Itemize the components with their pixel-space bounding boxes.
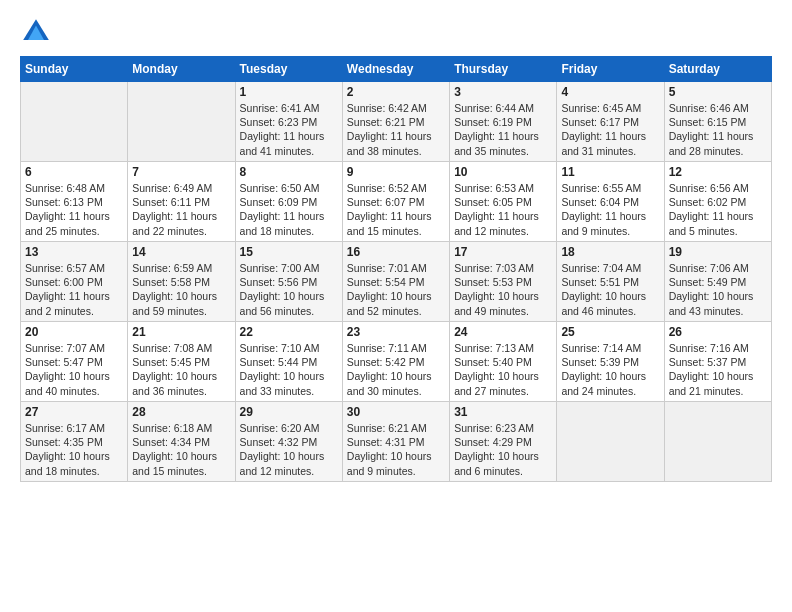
calendar-cell: 28Sunrise: 6:18 AM Sunset: 4:34 PM Dayli… [128, 402, 235, 482]
day-info: Sunrise: 7:06 AM Sunset: 5:49 PM Dayligh… [669, 261, 767, 318]
day-info: Sunrise: 7:16 AM Sunset: 5:37 PM Dayligh… [669, 341, 767, 398]
day-number: 19 [669, 245, 767, 259]
calendar-cell [21, 82, 128, 162]
day-info: Sunrise: 6:20 AM Sunset: 4:32 PM Dayligh… [240, 421, 338, 478]
day-info: Sunrise: 6:48 AM Sunset: 6:13 PM Dayligh… [25, 181, 123, 238]
day-number: 27 [25, 405, 123, 419]
calendar-cell: 12Sunrise: 6:56 AM Sunset: 6:02 PM Dayli… [664, 162, 771, 242]
day-number: 3 [454, 85, 552, 99]
day-info: Sunrise: 7:03 AM Sunset: 5:53 PM Dayligh… [454, 261, 552, 318]
weekday-wednesday: Wednesday [342, 57, 449, 82]
weekday-saturday: Saturday [664, 57, 771, 82]
calendar-cell: 1Sunrise: 6:41 AM Sunset: 6:23 PM Daylig… [235, 82, 342, 162]
calendar-cell: 31Sunrise: 6:23 AM Sunset: 4:29 PM Dayli… [450, 402, 557, 482]
day-info: Sunrise: 6:23 AM Sunset: 4:29 PM Dayligh… [454, 421, 552, 478]
calendar-cell: 2Sunrise: 6:42 AM Sunset: 6:21 PM Daylig… [342, 82, 449, 162]
calendar-cell: 10Sunrise: 6:53 AM Sunset: 6:05 PM Dayli… [450, 162, 557, 242]
day-info: Sunrise: 6:44 AM Sunset: 6:19 PM Dayligh… [454, 101, 552, 158]
day-number: 22 [240, 325, 338, 339]
day-number: 16 [347, 245, 445, 259]
day-info: Sunrise: 6:56 AM Sunset: 6:02 PM Dayligh… [669, 181, 767, 238]
day-info: Sunrise: 6:49 AM Sunset: 6:11 PM Dayligh… [132, 181, 230, 238]
day-number: 1 [240, 85, 338, 99]
calendar-cell: 27Sunrise: 6:17 AM Sunset: 4:35 PM Dayli… [21, 402, 128, 482]
calendar-cell [664, 402, 771, 482]
day-number: 11 [561, 165, 659, 179]
calendar-cell: 14Sunrise: 6:59 AM Sunset: 5:58 PM Dayli… [128, 242, 235, 322]
header [20, 16, 772, 48]
day-number: 9 [347, 165, 445, 179]
weekday-tuesday: Tuesday [235, 57, 342, 82]
day-info: Sunrise: 6:50 AM Sunset: 6:09 PM Dayligh… [240, 181, 338, 238]
day-info: Sunrise: 6:55 AM Sunset: 6:04 PM Dayligh… [561, 181, 659, 238]
calendar-week-5: 27Sunrise: 6:17 AM Sunset: 4:35 PM Dayli… [21, 402, 772, 482]
day-info: Sunrise: 7:14 AM Sunset: 5:39 PM Dayligh… [561, 341, 659, 398]
calendar-cell: 4Sunrise: 6:45 AM Sunset: 6:17 PM Daylig… [557, 82, 664, 162]
day-number: 29 [240, 405, 338, 419]
calendar-cell: 17Sunrise: 7:03 AM Sunset: 5:53 PM Dayli… [450, 242, 557, 322]
day-number: 24 [454, 325, 552, 339]
calendar-cell: 18Sunrise: 7:04 AM Sunset: 5:51 PM Dayli… [557, 242, 664, 322]
calendar-cell: 22Sunrise: 7:10 AM Sunset: 5:44 PM Dayli… [235, 322, 342, 402]
calendar-cell: 16Sunrise: 7:01 AM Sunset: 5:54 PM Dayli… [342, 242, 449, 322]
day-info: Sunrise: 6:17 AM Sunset: 4:35 PM Dayligh… [25, 421, 123, 478]
day-number: 12 [669, 165, 767, 179]
calendar-cell: 29Sunrise: 6:20 AM Sunset: 4:32 PM Dayli… [235, 402, 342, 482]
calendar-week-2: 6Sunrise: 6:48 AM Sunset: 6:13 PM Daylig… [21, 162, 772, 242]
logo-icon [20, 16, 52, 48]
day-number: 23 [347, 325, 445, 339]
day-number: 2 [347, 85, 445, 99]
calendar-cell: 30Sunrise: 6:21 AM Sunset: 4:31 PM Dayli… [342, 402, 449, 482]
calendar-cell: 21Sunrise: 7:08 AM Sunset: 5:45 PM Dayli… [128, 322, 235, 402]
day-number: 30 [347, 405, 445, 419]
day-number: 14 [132, 245, 230, 259]
calendar-cell: 19Sunrise: 7:06 AM Sunset: 5:49 PM Dayli… [664, 242, 771, 322]
day-number: 31 [454, 405, 552, 419]
weekday-header-row: SundayMondayTuesdayWednesdayThursdayFrid… [21, 57, 772, 82]
calendar-cell: 25Sunrise: 7:14 AM Sunset: 5:39 PM Dayli… [557, 322, 664, 402]
weekday-friday: Friday [557, 57, 664, 82]
calendar-cell: 26Sunrise: 7:16 AM Sunset: 5:37 PM Dayli… [664, 322, 771, 402]
day-info: Sunrise: 6:42 AM Sunset: 6:21 PM Dayligh… [347, 101, 445, 158]
page: SundayMondayTuesdayWednesdayThursdayFrid… [0, 0, 792, 498]
calendar-cell: 13Sunrise: 6:57 AM Sunset: 6:00 PM Dayli… [21, 242, 128, 322]
calendar-cell: 6Sunrise: 6:48 AM Sunset: 6:13 PM Daylig… [21, 162, 128, 242]
day-info: Sunrise: 6:59 AM Sunset: 5:58 PM Dayligh… [132, 261, 230, 318]
calendar-cell: 8Sunrise: 6:50 AM Sunset: 6:09 PM Daylig… [235, 162, 342, 242]
day-info: Sunrise: 7:10 AM Sunset: 5:44 PM Dayligh… [240, 341, 338, 398]
day-number: 21 [132, 325, 230, 339]
calendar-cell: 3Sunrise: 6:44 AM Sunset: 6:19 PM Daylig… [450, 82, 557, 162]
day-number: 28 [132, 405, 230, 419]
calendar-cell [128, 82, 235, 162]
day-number: 17 [454, 245, 552, 259]
day-number: 26 [669, 325, 767, 339]
calendar-table: SundayMondayTuesdayWednesdayThursdayFrid… [20, 56, 772, 482]
day-info: Sunrise: 7:00 AM Sunset: 5:56 PM Dayligh… [240, 261, 338, 318]
calendar-cell [557, 402, 664, 482]
calendar-cell: 20Sunrise: 7:07 AM Sunset: 5:47 PM Dayli… [21, 322, 128, 402]
calendar-cell: 5Sunrise: 6:46 AM Sunset: 6:15 PM Daylig… [664, 82, 771, 162]
calendar-cell: 23Sunrise: 7:11 AM Sunset: 5:42 PM Dayli… [342, 322, 449, 402]
day-info: Sunrise: 6:57 AM Sunset: 6:00 PM Dayligh… [25, 261, 123, 318]
day-info: Sunrise: 6:53 AM Sunset: 6:05 PM Dayligh… [454, 181, 552, 238]
day-info: Sunrise: 6:41 AM Sunset: 6:23 PM Dayligh… [240, 101, 338, 158]
day-info: Sunrise: 6:18 AM Sunset: 4:34 PM Dayligh… [132, 421, 230, 478]
day-info: Sunrise: 7:07 AM Sunset: 5:47 PM Dayligh… [25, 341, 123, 398]
calendar-cell: 15Sunrise: 7:00 AM Sunset: 5:56 PM Dayli… [235, 242, 342, 322]
day-info: Sunrise: 6:46 AM Sunset: 6:15 PM Dayligh… [669, 101, 767, 158]
day-info: Sunrise: 7:01 AM Sunset: 5:54 PM Dayligh… [347, 261, 445, 318]
calendar-week-1: 1Sunrise: 6:41 AM Sunset: 6:23 PM Daylig… [21, 82, 772, 162]
calendar-cell: 11Sunrise: 6:55 AM Sunset: 6:04 PM Dayli… [557, 162, 664, 242]
day-number: 20 [25, 325, 123, 339]
day-info: Sunrise: 7:13 AM Sunset: 5:40 PM Dayligh… [454, 341, 552, 398]
day-number: 25 [561, 325, 659, 339]
weekday-thursday: Thursday [450, 57, 557, 82]
day-number: 4 [561, 85, 659, 99]
calendar-cell: 24Sunrise: 7:13 AM Sunset: 5:40 PM Dayli… [450, 322, 557, 402]
day-info: Sunrise: 6:52 AM Sunset: 6:07 PM Dayligh… [347, 181, 445, 238]
day-number: 7 [132, 165, 230, 179]
day-info: Sunrise: 7:04 AM Sunset: 5:51 PM Dayligh… [561, 261, 659, 318]
day-info: Sunrise: 7:11 AM Sunset: 5:42 PM Dayligh… [347, 341, 445, 398]
day-number: 18 [561, 245, 659, 259]
day-number: 8 [240, 165, 338, 179]
